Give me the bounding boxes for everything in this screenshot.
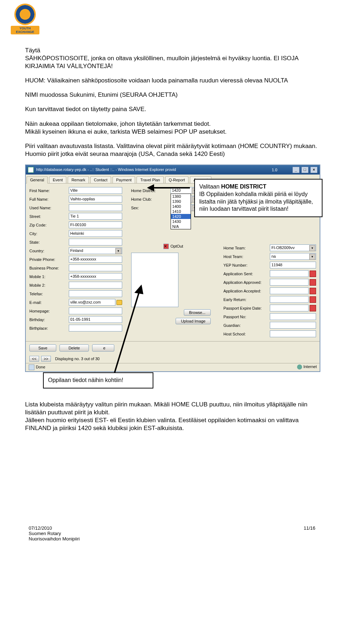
footer-buttons: Save Delete e <box>26 341 320 354</box>
input-zipcode[interactable]: FI-00100 <box>69 221 122 228</box>
body-text-bottom: Lista klubeista määräytyy valitun piirin… <box>25 401 319 432</box>
calendar-icon[interactable] <box>310 288 316 294</box>
window-titlebar: http://database.rotary-yep.dk - ..:: Stu… <box>26 165 320 175</box>
email-arrow-icon[interactable] <box>116 300 122 305</box>
input-birthplace[interactable] <box>69 325 122 331</box>
input-guardian[interactable] <box>270 322 316 329</box>
input-street[interactable]: Tie 1 <box>69 213 122 220</box>
input-fullname[interactable]: Vaihto-oppilas <box>69 196 122 202</box>
input-yepnumber[interactable]: 11948 <box>270 262 316 268</box>
district-option-1390[interactable]: 1390 <box>171 199 191 204</box>
input-earlyreturn[interactable] <box>270 296 309 303</box>
district-option-1380[interactable]: 1380 <box>171 194 191 199</box>
tab-general[interactable]: General <box>27 176 48 183</box>
input-hometeam[interactable]: FI-OB2009vv <box>270 244 316 251</box>
calendar-icon[interactable] <box>310 296 316 303</box>
district-dropdown-list[interactable]: 138013901400141014201430N/A <box>171 194 191 229</box>
rotary-logo: YOUTH EXCHANGE <box>11 4 39 38</box>
tab-event[interactable]: Event <box>49 176 66 183</box>
district-option-1410[interactable]: 1410 <box>171 209 191 214</box>
tab-remark[interactable]: Remark <box>68 176 89 183</box>
input-applicationaccepted[interactable] <box>270 287 309 294</box>
optout-checkbox[interactable]: ✕ <box>163 244 169 249</box>
calendar-icon[interactable] <box>310 305 316 311</box>
input-telefax[interactable] <box>69 290 122 297</box>
district-option-1400[interactable]: 1400 <box>171 204 191 209</box>
input-e-mail[interactable]: ville.vo@zxz.com <box>69 299 115 306</box>
callout-home-district: Valitaan HOME DISTRICT IB Oppilaiden koh… <box>194 179 322 217</box>
minimize-icon[interactable]: _ <box>292 167 300 173</box>
input-mobile2[interactable] <box>69 282 122 288</box>
district-option-1420[interactable]: 1420 <box>171 214 191 219</box>
nav-next-button[interactable]: >> <box>41 356 51 362</box>
tab-payment[interactable]: Payment <box>113 176 135 183</box>
save-button[interactable]: Save <box>29 344 56 352</box>
form-col-left: First Name:VilleFull Name:Vaihto-oppilas… <box>29 187 122 339</box>
close-button-partial[interactable]: e <box>92 344 114 352</box>
district-option-N/A[interactable]: N/A <box>171 224 191 229</box>
status-bar: Done Internet <box>26 363 320 371</box>
input-country[interactable]: Finland <box>69 247 122 254</box>
input-applicationapproved[interactable] <box>270 279 309 286</box>
input-hostschool[interactable] <box>270 330 316 337</box>
internet-zone-icon <box>297 364 302 369</box>
done-icon <box>29 364 34 370</box>
browse-button[interactable]: Browse... <box>184 309 211 316</box>
input-passportno[interactable] <box>270 313 316 320</box>
student-image-box <box>131 253 178 307</box>
calendar-icon[interactable] <box>310 271 316 277</box>
screenshot-container: http://database.rotary-yep.dk - ..:: Stu… <box>25 164 319 372</box>
input-usedname[interactable] <box>69 204 122 211</box>
page-icon <box>28 167 34 173</box>
page-footer: 07/12/2010 Suomen Rotary Nuorisovaihdon … <box>25 525 319 542</box>
input-city[interactable]: Helsinki <box>69 230 122 237</box>
input-hostteam[interactable]: na <box>270 253 316 260</box>
input-state[interactable] <box>69 239 122 245</box>
tab-q-report[interactable]: Q-Report <box>165 176 188 183</box>
input-businessphone[interactable] <box>69 264 122 271</box>
district-option-1430[interactable]: 1430 <box>171 219 191 224</box>
record-navigation: << >> Displaying no. 3 out of 30 <box>26 354 320 363</box>
input-privatephone[interactable]: +358-xxxxxxxx <box>69 256 122 263</box>
body-text: TäytäSÄHKÖPOSTIOSOITE, jonka on oltava y… <box>25 47 319 158</box>
nav-prev-button[interactable]: << <box>29 356 39 362</box>
maximize-icon[interactable]: □ <box>301 167 309 173</box>
input-mobile1[interactable]: +358-xxxxxxxx <box>69 273 122 280</box>
close-icon[interactable]: × <box>310 167 317 173</box>
delete-button[interactable]: Delete <box>59 344 89 352</box>
input-birthday[interactable]: 01-05-1991 <box>69 316 122 323</box>
input-homepage[interactable] <box>69 307 122 314</box>
input-passportexpiredate[interactable] <box>270 305 309 311</box>
input-firstname[interactable]: Ville <box>69 187 122 194</box>
tab-contact[interactable]: Contact <box>90 176 111 183</box>
calendar-icon[interactable] <box>310 279 316 286</box>
callout-student-fields: Oppilaan tiedot näihin kohtiin! <box>43 372 153 388</box>
tab-travel-plan[interactable]: Travel Plan <box>137 176 163 183</box>
upload-image-button[interactable]: Upload Image <box>176 318 211 324</box>
input-applicationsent[interactable] <box>270 270 309 277</box>
